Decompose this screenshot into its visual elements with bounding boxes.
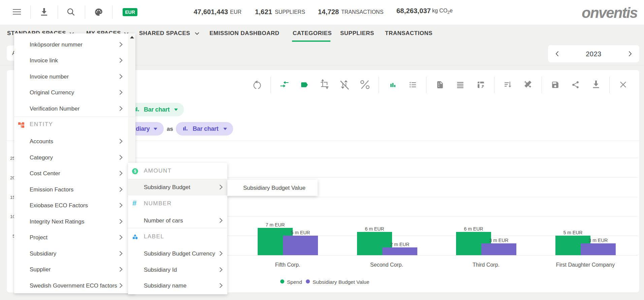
svg-text:$: $ xyxy=(134,169,136,174)
